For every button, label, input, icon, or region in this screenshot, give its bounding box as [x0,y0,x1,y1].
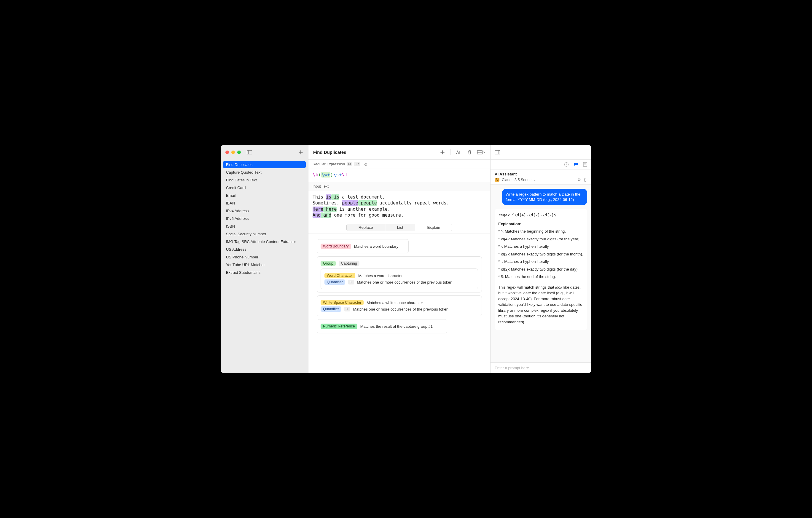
regex-token-backref: \1 [342,172,347,178]
minimize-window-button[interactable] [231,151,235,154]
prompt-input[interactable] [495,366,587,370]
explain-pill-plus: + [348,280,354,284]
assistant-bullet: * -: Matches a hyphen literally. [498,259,584,265]
assistant-explanation-heading: Explanation: [498,221,584,227]
sidebar-item-label: Capture Quoted Text [226,170,262,175]
explain-desc: Matches the result of the capture group … [360,324,433,329]
zoom-window-button[interactable] [237,151,241,154]
sidebar-item-us-phone[interactable]: US Phone Number [223,253,306,261]
explain-desc: Matches one or more occurrences of the p… [353,307,449,311]
match-capture: is [326,194,331,200]
assistant-message: regex ^\d{4}-\d{2}-\d{2}$ Explanation: *… [495,209,587,330]
sidebar-item-isbn[interactable]: ISBN [223,222,306,230]
explain-desc: Matches a word boundary [354,244,399,249]
sidebar-item-label: IPv6 Address [226,216,249,221]
sidebar-item-email[interactable]: Email [223,192,306,199]
match-capture: people [342,200,358,206]
explain-nested-group: Word Character Matches a word character … [321,269,478,289]
sidebar-item-us-address[interactable]: US Address [223,246,306,253]
explain-card-group: Group Capturing Word Character Matches a… [317,256,482,293]
svg-text:?: ? [566,163,567,166]
match-repeat: here [326,207,337,212]
sidebar-item-find-dates[interactable]: Find Dates in Text [223,176,306,184]
text-style-button[interactable] [455,149,462,156]
sidebar-item-ipv6[interactable]: IPv6 Address [223,215,306,222]
regex-token-whitespace: \s [333,172,339,178]
sidebar-item-extract-subdomains[interactable]: Extract Subdomains [223,269,306,276]
book-icon[interactable] [583,162,587,167]
svg-rect-5 [495,150,500,154]
conversation: Write a regex pattern to match a Date in… [491,185,591,362]
tab-replace[interactable]: Replace [347,224,385,231]
input-text-area[interactable]: This is is a test document. Sometimes, p… [309,191,490,221]
app-window: Find Duplicates Capture Quoted Text Find… [221,145,591,373]
sidebar-item-ssn[interactable]: Social Security Number [223,230,306,238]
explain-pill-plus: + [344,307,350,311]
explain-pill-capturing: Capturing [339,261,359,266]
gear-icon[interactable]: ⚙ [577,178,581,182]
explain-pill-numeric-ref: Numeric Reference [321,324,357,329]
main-toolbar: Find Duplicates [309,145,490,160]
match-repeat: is [334,194,339,200]
sidebar-item-ipv4[interactable]: IPv4 Address [223,207,306,215]
regex-meta-row: Regular Expression M IC ☺ [309,160,490,169]
close-window-button[interactable] [225,151,229,154]
regex-token-plus: + [339,172,342,178]
sidebar-item-label: Credit Card [226,185,245,190]
regex-input[interactable]: \b(\w+)\s+\1 [309,169,490,182]
explain-desc: Matches one or more occurrences of the p… [357,280,453,284]
sidebar-item-label: US Phone Number [226,255,258,259]
explain-desc: Matches a word character [358,274,403,278]
sidebar-item-img-src-extractor[interactable]: IMG Tag SRC Attribute Content Extractor [223,238,306,245]
explain-card-whitespace: White Space Character Matches a white sp… [317,296,482,316]
explain-panel: Word Boundary Matches a word boundary Gr… [309,234,490,373]
flag-multiline[interactable]: M [347,162,352,166]
help-icon[interactable]: ? [564,162,569,167]
sidebar-toolbar [221,145,308,160]
sidebar-item-iban[interactable]: IBAN [223,200,306,207]
match-capture: And [313,212,321,218]
add-pattern-button[interactable] [298,150,303,155]
add-button[interactable] [439,149,446,156]
sidebar-item-find-duplicates[interactable]: Find Duplicates [223,161,306,168]
trash-icon[interactable] [583,178,587,182]
sidebar-item-label: US Address [226,247,246,252]
sidebar-item-label: Email [226,193,236,197]
ai-model-selector[interactable]: Claude 3.5 Sonnet ⌄ [502,178,536,182]
assistant-bullet: * \d{2}: Matches exactly two digits (for… [498,266,584,272]
user-message: Write a regex pattern to match a Date in… [502,189,587,205]
page-title: Find Duplicates [313,150,435,155]
sidebar-item-label: IPv4 Address [226,209,249,213]
right-tab-icons: ? [491,160,591,170]
delete-button[interactable] [466,149,473,156]
tab-list[interactable]: List [385,224,415,231]
explain-desc: Matches a white space character [367,301,423,305]
pattern-list: Find Duplicates Capture Quoted Text Find… [221,160,308,373]
match-repeat: people [361,200,377,206]
match-repeat: and [323,212,331,218]
flag-ignorecase[interactable]: IC [354,162,360,166]
match-capture: Here [313,207,323,212]
regex-token-plus: + [327,172,330,178]
assistant-bullet: * ^: Matches the beginning of the string… [498,228,584,235]
sidebar-item-capture-quoted-text[interactable]: Capture Quoted Text [223,169,306,176]
sidebar-item-youtube-url[interactable]: YouTube URL Matcher [223,261,306,269]
tab-explain[interactable]: Explain [415,224,452,231]
main-pane: Find Duplicates Regular Expression M IC … [309,145,491,373]
window-controls [225,151,241,154]
explain-card-word-boundary: Word Boundary Matches a word boundary [317,239,409,253]
ai-provider-badge: AI [495,178,499,182]
sidebar-item-credit-card[interactable]: Credit Card [223,184,306,191]
toggle-sidebar-icon[interactable] [247,150,252,155]
assistant-code: regex ^\d{4}-\d{2}-\d{2}$ [498,212,584,218]
ai-header: AI Assistant AI Claude 3.5 Sonnet ⌄ ⚙ [491,170,591,185]
toggle-right-sidebar-icon[interactable] [495,150,500,155]
flags-menu-icon[interactable]: ☺ [362,161,369,167]
right-toolbar [491,145,591,160]
explain-pill-quantifier: Quantifier [321,306,341,312]
ai-title: AI Assistant [495,172,587,176]
input-text-label: Input Text [309,182,490,191]
layout-menu[interactable] [477,149,486,156]
assistant-trailer: This regex will match strings that look … [498,284,584,325]
chat-icon[interactable] [574,162,578,167]
